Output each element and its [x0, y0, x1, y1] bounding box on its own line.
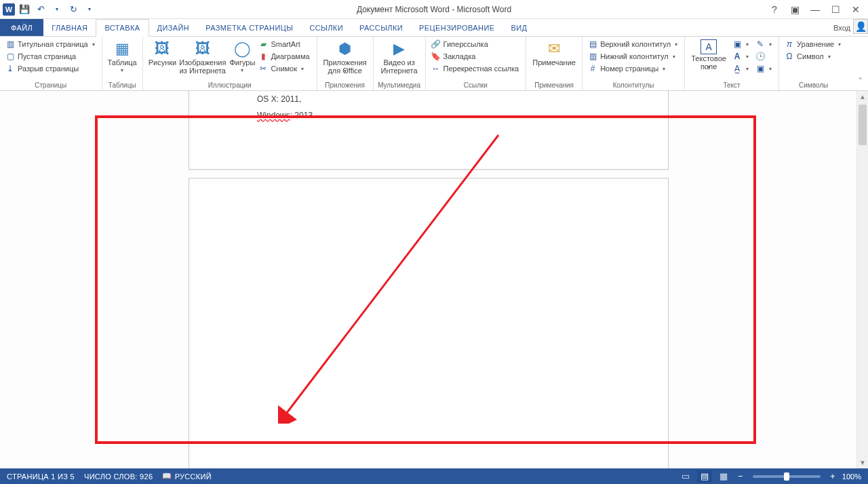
status-language[interactable]: 📖РУССКИЙ — [162, 472, 212, 481]
minimize-icon[interactable]: — — [807, 3, 823, 16]
tab-home[interactable]: ГЛАВНАЯ — [43, 19, 96, 36]
group-links-label: Ссылки — [430, 80, 522, 90]
page-break-icon: ⤓ — [5, 64, 15, 73]
annotation-arrow — [278, 132, 509, 424]
comment-label: Примечание — [531, 58, 577, 67]
tab-references[interactable]: ССЫЛКИ — [301, 19, 351, 36]
cross-reference-label: Перекрестная ссылка — [443, 64, 519, 73]
footer-button[interactable]: ▥Нижний колонтитул▾ — [587, 50, 679, 62]
group-apps-label: Приложения — [321, 80, 369, 90]
word-app-icon: W — [3, 3, 15, 16]
chart-icon: ▮ — [258, 52, 268, 61]
quick-parts-button[interactable]: ▣▾ — [731, 38, 750, 50]
page-break-label: Разрыв страницы — [18, 64, 79, 73]
undo-dropdown-icon[interactable]: ▾ — [50, 3, 64, 16]
comment-button[interactable]: ✉ Примечание — [530, 38, 578, 67]
cross-reference-button[interactable]: ↔Перекрестная ссылка — [430, 62, 521, 75]
print-layout-view-button[interactable]: ▤ — [697, 470, 712, 483]
svg-line-0 — [285, 135, 498, 415]
document-text-line-2: Windows: 2013 — [257, 111, 313, 120]
blank-page-button[interactable]: ▢Пустая страница — [4, 50, 96, 62]
tab-mailings[interactable]: РАССЫЛКИ — [351, 19, 411, 36]
blank-page-icon: ▢ — [5, 52, 15, 61]
chevron-down-icon: ▾ — [92, 41, 95, 48]
zoom-out-button[interactable]: − — [735, 471, 746, 482]
cover-page-button[interactable]: ▥Титульная страница▾ — [4, 38, 96, 50]
smartart-button[interactable]: ▰SmartArt — [257, 38, 311, 50]
header-button[interactable]: ▤Верхний колонтитул▾ — [587, 38, 679, 50]
pictures-button[interactable]: 🖼 Рисунки — [147, 38, 178, 67]
qat-customize-icon[interactable]: ▾ — [83, 3, 96, 16]
page-number-label: Номер страницы — [600, 64, 658, 73]
collapse-ribbon-icon[interactable]: ˄ — [856, 76, 865, 86]
status-page[interactable]: СТРАНИЦА 1 ИЗ 5 — [7, 472, 75, 481]
wordart-button[interactable]: A▾ — [731, 50, 750, 62]
pictures-label: Рисунки — [147, 58, 178, 67]
symbol-icon: Ω — [785, 52, 794, 61]
zoom-slider[interactable] — [753, 475, 821, 478]
wordart-icon: A — [732, 52, 742, 61]
header-label: Верхний колонтитул — [600, 40, 671, 48]
equation-button[interactable]: πУравнение▾ — [783, 38, 842, 50]
help-icon[interactable]: ? — [766, 3, 783, 16]
status-word-count[interactable]: ЧИСЛО СЛОВ: 926 — [84, 472, 153, 481]
textbox-icon: A — [701, 39, 717, 54]
save-icon[interactable]: 💾 — [18, 3, 31, 16]
shapes-label: Фигуры — [229, 58, 255, 67]
user-avatar[interactable]: 👤 — [853, 19, 868, 34]
online-pictures-button[interactable]: 🖼 Изображения из Интернета — [178, 38, 227, 75]
document-area[interactable]: OS X: 2011, Windows: 2013 ▲ ▼ — [0, 91, 868, 468]
online-video-button[interactable]: ▶ Видео из Интернета — [378, 38, 421, 75]
signin-link[interactable]: Вход — [833, 24, 850, 32]
object-button[interactable]: ▣▾ — [754, 62, 773, 75]
undo-icon[interactable]: ↶ — [34, 3, 47, 16]
close-icon[interactable]: ✕ — [848, 3, 864, 16]
zoom-slider-thumb[interactable] — [784, 472, 789, 481]
group-tables-label: Таблицы — [106, 80, 138, 90]
hyperlink-label: Гиперссылка — [443, 40, 488, 48]
scroll-up-icon[interactable]: ▲ — [857, 91, 868, 103]
bookmark-button[interactable]: 🔖Закладка — [430, 50, 521, 62]
pagenum-icon: # — [588, 64, 597, 73]
picture-icon: 🖼 — [151, 39, 173, 58]
tab-file[interactable]: ФАЙЛ — [0, 19, 43, 36]
zoom-level[interactable]: 100% — [842, 472, 861, 481]
tab-page-layout[interactable]: РАЗМЕТКА СТРАНИЦЫ — [197, 19, 301, 36]
vertical-scrollbar[interactable]: ▲ ▼ — [856, 91, 868, 468]
drop-cap-button[interactable]: A̲▾ — [731, 62, 750, 75]
signature-icon: ✎ — [755, 39, 765, 49]
hyperlink-button[interactable]: 🔗Гиперссылка — [430, 38, 521, 50]
ribbon-display-options-icon[interactable]: ▣ — [787, 3, 803, 16]
footer-label: Нижний колонтитул — [600, 52, 668, 60]
chart-button[interactable]: ▮Диаграмма — [257, 50, 311, 62]
textbox-button[interactable]: A Текстовое поле ▾ — [689, 38, 728, 70]
chevron-down-icon: ▾ — [301, 66, 304, 72]
signature-line-button[interactable]: ✎▾ — [754, 38, 773, 50]
screenshot-button[interactable]: ✂Снимок▾ — [257, 62, 311, 75]
cover-page-label: Титульная страница — [18, 40, 88, 48]
redo-icon[interactable]: ↻ — [66, 3, 80, 16]
page-number-button[interactable]: #Номер страницы▾ — [587, 62, 679, 75]
tab-view[interactable]: ВИД — [502, 19, 535, 36]
page-break-button[interactable]: ⤓Разрыв страницы — [4, 62, 96, 75]
tab-review[interactable]: РЕЦЕНЗИРОВАНИЕ — [411, 19, 502, 36]
scrollbar-thumb[interactable] — [859, 105, 867, 145]
shapes-button[interactable]: ◯ Фигуры▾ — [227, 38, 257, 75]
symbol-label: Символ — [797, 52, 824, 60]
dropcap-icon: A̲ — [732, 64, 742, 73]
document-text-line-1: OS X: 2011, — [257, 94, 301, 104]
bookmark-label: Закладка — [443, 52, 476, 60]
chevron-down-icon: ▾ — [663, 66, 665, 72]
apps-for-office-button[interactable]: ⬢ Приложения для Office ▾ — [321, 38, 369, 74]
scroll-down-icon[interactable]: ▼ — [857, 457, 868, 468]
tab-insert[interactable]: ВСТАВКА — [96, 19, 149, 37]
web-layout-view-button[interactable]: ▦ — [716, 470, 731, 483]
read-mode-view-button[interactable]: ▭ — [678, 470, 693, 483]
symbol-button[interactable]: ΩСимвол▾ — [783, 50, 842, 62]
page-icon: ▥ — [5, 39, 15, 49]
date-time-button[interactable]: 🕒 — [754, 50, 773, 62]
maximize-icon[interactable]: ☐ — [827, 3, 844, 16]
zoom-in-button[interactable]: + — [827, 471, 838, 482]
tab-design[interactable]: ДИЗАЙН — [149, 19, 198, 36]
table-button[interactable]: ▦ Таблица▾ — [106, 38, 138, 75]
